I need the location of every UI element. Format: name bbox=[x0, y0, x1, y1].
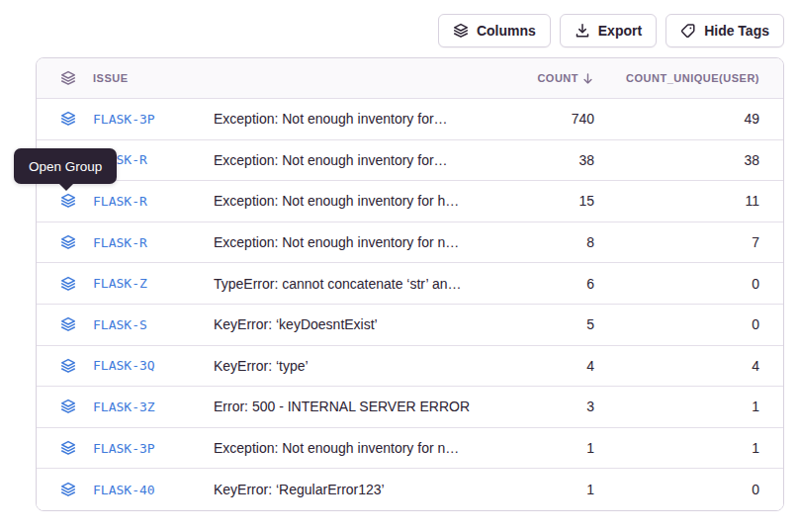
issue-cell: FLASK-S bbox=[60, 316, 214, 332]
issue-title: KeyError: ‘keyDoesntExist’ bbox=[214, 316, 484, 332]
count-unique-value: 11 bbox=[594, 193, 759, 209]
table-row: FLASK-R Exception: Not enough inventory … bbox=[37, 222, 783, 264]
table-row: FLASK-Z TypeError: cannot concatenate ‘s… bbox=[37, 263, 783, 305]
count-value: 5 bbox=[484, 316, 594, 332]
table-header-row: ISSUE COUNT COUNT_UNIQUE(USER) bbox=[37, 58, 783, 99]
issue-cell: FLASK-3Q bbox=[60, 358, 214, 374]
sort-desc-arrow-icon bbox=[581, 72, 594, 85]
count-value: 38 bbox=[484, 152, 594, 168]
issue-group-icon[interactable] bbox=[60, 316, 76, 332]
open-group-tooltip: Open Group bbox=[14, 148, 117, 184]
table-toolbar: Columns Export Hide Tags bbox=[0, 0, 798, 47]
column-header-issue[interactable]: ISSUE bbox=[60, 70, 214, 86]
table-row: FLASK-3P Exception: Not enough inventory… bbox=[37, 99, 783, 140]
issue-link[interactable]: FLASK-Z bbox=[93, 276, 147, 291]
count-value: 15 bbox=[484, 193, 594, 209]
issue-link[interactable]: FLASK-40 bbox=[93, 483, 155, 497]
count-unique-value: 1 bbox=[594, 399, 759, 414]
count-value: 1 bbox=[484, 440, 594, 456]
columns-button[interactable]: Columns bbox=[438, 14, 551, 47]
issue-link[interactable]: FLASK-R bbox=[93, 235, 147, 250]
issue-group-icon[interactable] bbox=[60, 111, 76, 127]
issue-cell: FLASK-40 bbox=[60, 482, 214, 497]
count-unique-value: 4 bbox=[594, 358, 759, 374]
count-value: 740 bbox=[484, 111, 594, 127]
hide-tags-button-label: Hide Tags bbox=[704, 23, 769, 39]
issue-title: KeyError: ‘RegularError123’ bbox=[214, 482, 484, 497]
count-value: 6 bbox=[484, 276, 594, 292]
issue-link[interactable]: FLASK-3P bbox=[93, 112, 155, 127]
results-table: ISSUE COUNT COUNT_UNIQUE(USER) bbox=[36, 57, 784, 511]
issue-title: Exception: Not enough inventory for h… bbox=[214, 193, 484, 209]
column-header-count-label: COUNT bbox=[537, 72, 578, 84]
issue-group-icon[interactable] bbox=[60, 440, 76, 456]
layers-icon bbox=[453, 23, 469, 39]
issue-title: Exception: Not enough inventory for n… bbox=[214, 440, 484, 456]
export-button[interactable]: Export bbox=[560, 14, 657, 47]
table-body: FLASK-3P Exception: Not enough inventory… bbox=[37, 99, 783, 510]
table-row: FLASK-3Q KeyError: ‘type’ 4 4 bbox=[37, 346, 783, 388]
issue-link[interactable]: FLASK-3P bbox=[93, 441, 155, 456]
issue-cell: FLASK-R bbox=[60, 234, 214, 250]
table-row: FLASK-S KeyError: ‘keyDoesntExist’ 5 0 bbox=[37, 305, 783, 346]
count-unique-value: 7 bbox=[594, 234, 759, 250]
table-row: FLASK-R Exception: Not enough inventory … bbox=[37, 140, 783, 182]
issue-title: KeyError: ‘type’ bbox=[214, 358, 484, 374]
table-row: FLASK-3Z Error: 500 - INTERNAL SERVER ER… bbox=[37, 387, 783, 428]
download-icon bbox=[575, 23, 590, 39]
issue-group-icon[interactable] bbox=[60, 193, 76, 209]
issue-title: TypeError: cannot concatenate ‘str’ an… bbox=[214, 276, 484, 292]
tag-icon bbox=[680, 23, 696, 39]
issue-group-icon[interactable] bbox=[60, 399, 76, 414]
issue-title: Exception: Not enough inventory for… bbox=[214, 152, 484, 168]
count-unique-value: 49 bbox=[594, 111, 759, 127]
issue-link[interactable]: FLASK-3Q bbox=[93, 358, 155, 373]
column-header-issue-label: ISSUE bbox=[93, 72, 129, 84]
issue-group-icon[interactable] bbox=[60, 358, 76, 374]
table-row: FLASK-R Exception: Not enough inventory … bbox=[37, 181, 783, 222]
issue-title: Exception: Not enough inventory for… bbox=[214, 111, 484, 127]
columns-button-label: Columns bbox=[477, 23, 536, 39]
count-unique-value: 38 bbox=[594, 152, 759, 168]
issue-title: Exception: Not enough inventory for n… bbox=[214, 234, 484, 250]
column-header-count-unique[interactable]: COUNT_UNIQUE(USER) bbox=[594, 72, 759, 84]
issue-link[interactable]: FLASK-S bbox=[93, 317, 147, 332]
tooltip-arrow bbox=[58, 183, 74, 191]
issue-cell: FLASK-3P bbox=[60, 111, 214, 127]
count-unique-value: 0 bbox=[594, 482, 759, 497]
issue-group-icon[interactable] bbox=[60, 276, 76, 292]
count-unique-value: 0 bbox=[594, 316, 759, 332]
export-button-label: Export bbox=[598, 23, 642, 39]
count-value: 1 bbox=[484, 482, 594, 497]
count-unique-value: 1 bbox=[594, 440, 759, 456]
table-row: FLASK-3P Exception: Not enough inventory… bbox=[37, 428, 783, 470]
open-group-tooltip-label: Open Group bbox=[29, 159, 102, 174]
layers-icon bbox=[60, 70, 76, 86]
column-header-count[interactable]: COUNT bbox=[484, 72, 594, 85]
count-value: 8 bbox=[484, 234, 594, 250]
hide-tags-button[interactable]: Hide Tags bbox=[665, 14, 784, 47]
count-value: 3 bbox=[484, 399, 594, 414]
column-header-count-unique-label: COUNT_UNIQUE(USER) bbox=[626, 72, 759, 84]
issue-link[interactable]: FLASK-3Z bbox=[93, 399, 155, 414]
issue-group-icon[interactable] bbox=[60, 234, 76, 250]
count-value: 4 bbox=[484, 358, 594, 374]
count-unique-value: 0 bbox=[594, 276, 759, 292]
issue-link[interactable]: FLASK-R bbox=[93, 194, 147, 209]
table-row: FLASK-40 KeyError: ‘RegularError123’ 1 0 bbox=[37, 469, 783, 510]
issue-cell: FLASK-Z bbox=[60, 276, 214, 292]
issue-cell: FLASK-3P bbox=[60, 440, 214, 456]
issue-cell: FLASK-3Z bbox=[60, 399, 214, 414]
issue-cell: FLASK-R bbox=[60, 193, 214, 209]
issue-title: Error: 500 - INTERNAL SERVER ERROR bbox=[214, 399, 484, 414]
issue-group-icon[interactable] bbox=[60, 482, 76, 497]
